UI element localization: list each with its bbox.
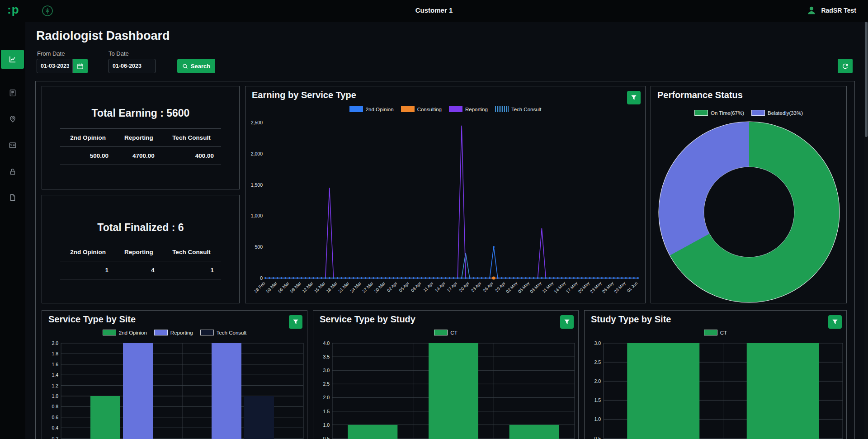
svg-text:21 Mar: 21 Mar	[337, 281, 350, 294]
svg-text:3.0: 3.0	[594, 340, 601, 346]
legend-item[interactable]: Consulting	[401, 106, 442, 112]
legend-swatch	[434, 330, 448, 335]
legend-swatch	[751, 110, 765, 116]
service-type-by-study-card: Service Type by Study CT 4.03.53.02.52.0…	[313, 310, 579, 439]
service-type-by-site-canvas[interactable]: 2.01.81.61.41.21.00.80.60.40.2	[44, 340, 306, 439]
service-type-by-site-title: Service Type by Site	[48, 314, 136, 325]
earning-chart-filter-button[interactable]	[627, 91, 641, 104]
svg-text:14 May: 14 May	[553, 280, 566, 294]
legend-item[interactable]: On Time(67%)	[694, 110, 744, 116]
scrollbar-track[interactable]	[864, 22, 868, 439]
svg-text:26 May: 26 May	[601, 280, 614, 294]
legend-label: Tech Consult	[511, 107, 541, 112]
search-button[interactable]: Search	[177, 59, 215, 73]
service-type-by-site-filter-button[interactable]	[289, 315, 302, 329]
svg-text:03 Mar: 03 Mar	[265, 281, 278, 294]
from-date-calendar-button[interactable]	[73, 59, 88, 73]
total-finalized-col-0: 2nd Opinion	[60, 243, 116, 261]
user-menu[interactable]: RadSR Test	[807, 5, 856, 15]
total-earning-title: Total Earning : 5600	[42, 107, 239, 119]
svg-text:1.8: 1.8	[52, 351, 58, 356]
filter-funnel-icon	[564, 319, 570, 325]
sidebar-item-worklist[interactable]	[0, 83, 25, 102]
performance-status-canvas[interactable]	[651, 118, 847, 303]
study-type-by-site-canvas[interactable]: 3.02.52.01.51.00.5	[586, 340, 845, 439]
legend-item[interactable]: CT	[704, 330, 727, 335]
svg-text:1.5: 1.5	[323, 409, 330, 414]
location-pin-icon	[9, 115, 17, 123]
svg-text:1.4: 1.4	[52, 372, 58, 378]
to-date-input[interactable]	[108, 59, 156, 73]
calendar-icon	[77, 63, 84, 70]
svg-text:1.0: 1.0	[52, 393, 58, 399]
svg-text:1.6: 1.6	[52, 362, 58, 367]
search-icon	[182, 63, 188, 69]
total-earning-val-1: 4700.00	[116, 147, 162, 165]
from-date-input[interactable]	[37, 59, 73, 73]
refresh-button[interactable]	[838, 59, 853, 73]
legend-swatch	[449, 106, 462, 112]
legend-label: CT	[720, 330, 727, 335]
total-earning-col-2: Tech Consult	[162, 129, 221, 147]
svg-text:3.5: 3.5	[323, 354, 330, 359]
service-type-by-study-filter-button[interactable]	[560, 315, 574, 329]
earning-chart-canvas[interactable]: 05001,0001,5002,0002,50028 Feb03 Mar06 M…	[249, 119, 642, 302]
legend-label: On Time(67%)	[711, 110, 744, 116]
svg-text:18 Mar: 18 Mar	[325, 281, 338, 294]
svg-text:28 Feb: 28 Feb	[253, 281, 266, 294]
svg-text:1.5: 1.5	[594, 397, 601, 403]
svg-text:4.0: 4.0	[323, 340, 330, 346]
sidebar-item-dashboard[interactable]	[1, 50, 24, 69]
topbar: :p Customer 1 RadSR Test	[0, 0, 868, 22]
total-earning-card: Total Earning : 5600 2nd Opinion Reporti…	[42, 86, 240, 189]
svg-text:1.0: 1.0	[594, 416, 601, 422]
svg-text:02 Apr: 02 Apr	[386, 281, 398, 293]
svg-text:1.0: 1.0	[323, 422, 330, 428]
svg-text:27 Mar: 27 Mar	[361, 281, 374, 294]
total-finalized-col-2: Tech Consult	[162, 243, 221, 261]
filter-funnel-icon	[292, 319, 299, 325]
performance-status-title: Performance Status	[657, 90, 743, 100]
sidebar-item-security[interactable]	[0, 162, 25, 181]
service-type-by-site-legend: 2nd OpinionReportingTech Consult	[42, 330, 307, 335]
filter-funnel-icon	[832, 319, 838, 325]
legend-item[interactable]: Belatedly(33%)	[751, 110, 803, 116]
legend-item[interactable]: Tech Consult	[200, 330, 246, 335]
svg-text:20 May: 20 May	[577, 280, 590, 294]
performance-status-legend: On Time(67%)Belatedly(33%)	[651, 110, 846, 116]
org-circle-icon	[42, 5, 53, 17]
legend-label: Consulting	[417, 107, 442, 112]
study-type-by-site-filter-button[interactable]	[828, 315, 842, 329]
org-icon[interactable]	[42, 5, 53, 17]
page-title: Radiologist Dashboard	[36, 29, 170, 43]
total-finalized-table: 2nd Opinion Reporting Tech Consult 1 4 1	[60, 243, 221, 279]
legend-swatch	[401, 106, 415, 112]
svg-text:01 Jun: 01 Jun	[626, 281, 638, 293]
filter-funnel-icon	[631, 94, 637, 101]
scrollbar-thumb[interactable]	[865, 22, 868, 137]
legend-swatch	[704, 330, 717, 335]
app-logo[interactable]: :p	[7, 3, 19, 17]
id-card-icon	[9, 141, 17, 149]
total-finalized-val-0: 1	[60, 261, 116, 279]
legend-item[interactable]: Tech Consult	[495, 106, 541, 112]
total-earning-col-0: 2nd Opinion	[60, 129, 116, 147]
legend-label: CT	[450, 330, 457, 335]
legend-item[interactable]: CT	[434, 330, 457, 335]
svg-text:0.8: 0.8	[52, 404, 58, 409]
svg-text:0.5: 0.5	[594, 436, 601, 439]
svg-text:1,500: 1,500	[251, 182, 263, 188]
from-date-label: From Date	[37, 50, 65, 57]
legend-item[interactable]: Reporting	[154, 330, 193, 335]
svg-text:12 Mar: 12 Mar	[301, 281, 314, 294]
legend-item[interactable]: 2nd Opinion	[103, 330, 147, 335]
svg-text:2,000: 2,000	[251, 151, 263, 156]
sidebar-item-reports[interactable]	[0, 188, 25, 207]
svg-text:15 Mar: 15 Mar	[313, 281, 326, 294]
svg-text:3.0: 3.0	[323, 368, 330, 373]
legend-item[interactable]: 2nd Opinion	[349, 106, 394, 112]
service-type-by-study-canvas[interactable]: 4.03.53.02.52.01.51.00.5	[315, 340, 577, 439]
legend-item[interactable]: Reporting	[449, 106, 488, 112]
sidebar-item-billing[interactable]	[0, 136, 25, 155]
sidebar-item-locations[interactable]	[0, 109, 25, 128]
